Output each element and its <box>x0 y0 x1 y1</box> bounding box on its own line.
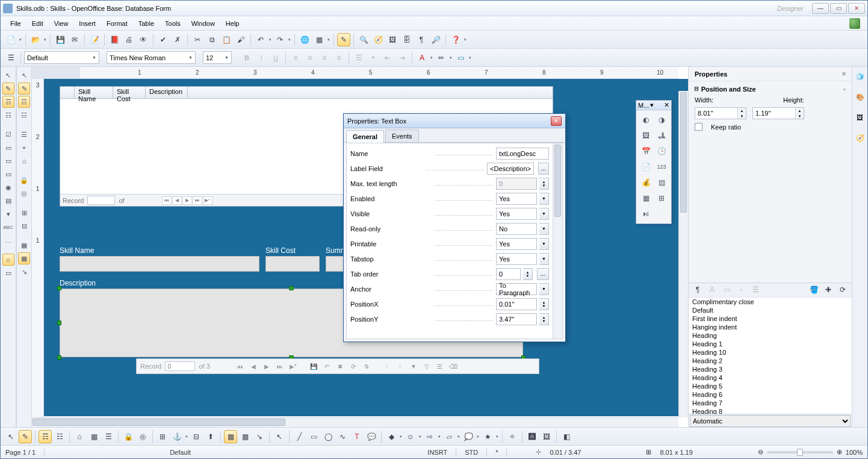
cut-icon[interactable]: ✂ <box>191 33 204 46</box>
draw-openro-icon[interactable]: 🔒 <box>122 430 135 443</box>
keep-ratio-checkbox[interactable] <box>695 123 702 131</box>
draw-design-icon[interactable]: ✎ <box>19 430 32 443</box>
align-right-icon[interactable]: ≡ <box>318 51 331 64</box>
bg-color-icon[interactable]: ▭ <box>454 51 467 64</box>
chevron-down-icon[interactable]: ▼ <box>539 193 549 205</box>
combobox-tool-icon[interactable]: ▾ <box>2 208 14 220</box>
spinbutton-icon[interactable]: ◐ <box>639 113 653 126</box>
fill-format-icon[interactable]: 🪣 <box>807 283 820 296</box>
field-skill-cost[interactable] <box>265 256 320 272</box>
table-icon[interactable]: ▦ <box>312 33 326 46</box>
menu-tools[interactable]: Tools <box>160 18 185 29</box>
nav-last-icon[interactable]: ⏭ <box>275 361 285 371</box>
tab-order-icon[interactable]: ☰ <box>18 128 30 140</box>
maximize-button[interactable]: ▭ <box>830 3 847 14</box>
draw-taborder-icon[interactable]: ☰ <box>102 430 115 443</box>
zoom-level[interactable]: 100% <box>846 449 863 456</box>
label-tool-icon[interactable]: ABC <box>2 221 14 233</box>
draw-grid-icon[interactable]: ▦ <box>224 430 237 443</box>
draw-ctlprops-icon[interactable]: ☶ <box>39 430 52 443</box>
nav-new-icon[interactable]: ▶* <box>288 361 298 371</box>
copy-icon[interactable]: ⧉ <box>205 33 219 46</box>
chevron-down-icon[interactable]: ▼ <box>539 223 549 235</box>
nav-first-icon[interactable]: ⏮ <box>235 361 245 371</box>
groupbox-icon[interactable]: ▦ <box>639 192 653 205</box>
font-color-icon[interactable]: A <box>415 51 429 64</box>
nav-refresh-icon[interactable]: ⟳ <box>349 361 358 371</box>
update-style-icon[interactable]: ⟳ <box>836 283 849 296</box>
open-readonly-icon[interactable]: 🔒 <box>18 174 30 186</box>
chevron-down-icon[interactable]: ▼ <box>539 208 549 220</box>
arrow2-icon[interactable]: ↖ <box>18 69 30 81</box>
dialog-close-icon[interactable]: ✕ <box>551 116 562 126</box>
draw-stars-icon[interactable]: ★ <box>481 430 494 443</box>
col-description[interactable]: Description <box>146 87 188 98</box>
page-styles-icon[interactable]: ▫ <box>734 283 748 296</box>
currency-icon[interactable]: 💰 <box>639 176 653 189</box>
menu-help[interactable]: Help <box>221 18 244 29</box>
bullet-list-icon[interactable]: • <box>367 51 380 64</box>
style-item[interactable]: Heading 1 <box>689 340 852 348</box>
tab-events[interactable]: Events <box>385 130 419 142</box>
export-pdf-icon[interactable]: 📕 <box>108 33 121 46</box>
tablectl-icon[interactable]: ⊞ <box>655 192 668 205</box>
frame-styles-icon[interactable]: ▭ <box>720 283 733 296</box>
prop-input[interactable]: Yes <box>496 193 537 205</box>
nav-formfilter-icon[interactable]: ☰ <box>435 361 445 371</box>
format-paint-icon[interactable]: 🖌 <box>234 33 247 46</box>
print-icon[interactable]: 🖨 <box>122 33 135 46</box>
prop-input[interactable]: No <box>496 223 537 235</box>
pushbutton-tool-icon[interactable]: ▭ <box>2 168 14 180</box>
wizard-toggle-icon[interactable]: ☼ <box>2 254 14 266</box>
draw-bring-icon[interactable]: ⬆ <box>204 430 217 443</box>
draw-text-icon[interactable]: T <box>350 430 364 443</box>
prop-input[interactable]: Yes <box>496 238 537 250</box>
nav-next-icon[interactable]: ▶ <box>262 361 271 371</box>
horizontal-scrollbar[interactable] <box>32 417 678 427</box>
nonprinting-icon[interactable]: ¶ <box>415 33 428 46</box>
guides-icon[interactable]: ↘ <box>18 266 30 278</box>
col-skill-name[interactable]: Skill Name <box>75 87 113 98</box>
spin-buttons[interactable]: ▲▼ <box>539 178 549 190</box>
draw-symbols-icon[interactable]: ☺ <box>404 430 417 443</box>
option-tool-icon[interactable]: ◉ <box>2 181 14 193</box>
form-navigator-icon[interactable]: ⌂ <box>18 155 30 167</box>
hyperlink-icon[interactable]: 🌐 <box>298 33 311 46</box>
underline-icon[interactable]: U <box>269 51 282 64</box>
subform-record-input[interactable] <box>87 196 115 205</box>
download-icon[interactable] <box>849 18 860 29</box>
last-record-icon[interactable]: ⏭ <box>193 196 202 205</box>
design-mode-icon[interactable]: ✎ <box>2 83 14 95</box>
numbered-list-icon[interactable]: ☰ <box>352 51 365 64</box>
style-item[interactable]: Heading 6 <box>689 390 852 399</box>
vertical-ruler[interactable]: 3 2 1 1 <box>32 79 44 417</box>
listbox-tool-icon[interactable]: ▤ <box>2 195 14 207</box>
nav-prev-icon[interactable]: ◀ <box>249 361 258 371</box>
navbar-icon[interactable]: ⏯ <box>639 207 653 220</box>
char-styles-icon[interactable]: A <box>705 283 719 296</box>
menu-view[interactable]: View <box>49 18 73 29</box>
styles-list[interactable]: Complimentary close Default First line i… <box>689 298 852 414</box>
chevron-down-icon[interactable]: ▼ <box>539 253 549 265</box>
style-item[interactable]: Heading 3 <box>689 365 852 373</box>
dialog-scrollbar[interactable] <box>553 143 562 339</box>
control-props-icon[interactable]: ☶ <box>2 96 14 108</box>
email-icon[interactable]: ✉ <box>68 33 81 46</box>
sidebar-styles-icon[interactable]: 🎨 <box>853 90 867 104</box>
align-center-icon[interactable]: ≡ <box>303 51 317 64</box>
zoom-in-icon[interactable]: ⊕ <box>837 448 842 456</box>
imagectl-icon[interactable]: 🏞 <box>655 129 668 142</box>
position-icon[interactable]: ⊞ <box>18 207 30 219</box>
ellipsis-button[interactable]: ... <box>537 268 549 280</box>
props2-icon[interactable]: ☶ <box>18 96 30 108</box>
nav-sort-desc-icon[interactable]: ↓ <box>395 361 405 371</box>
prev-record-icon[interactable]: ◀ <box>172 196 182 205</box>
draw-align-icon[interactable]: ⊟ <box>190 430 203 443</box>
draw-addfield-icon[interactable]: ▦ <box>87 430 101 443</box>
menu-window[interactable]: Window <box>187 18 220 29</box>
autospell-icon[interactable]: ✗ <box>171 33 184 46</box>
paste-icon[interactable]: 📋 <box>220 33 233 46</box>
snap-grid-icon[interactable]: ▦ <box>18 252 30 264</box>
style-item[interactable]: Heading 5 <box>689 382 852 390</box>
draw-arrow-icon[interactable]: ↖ <box>273 430 286 443</box>
